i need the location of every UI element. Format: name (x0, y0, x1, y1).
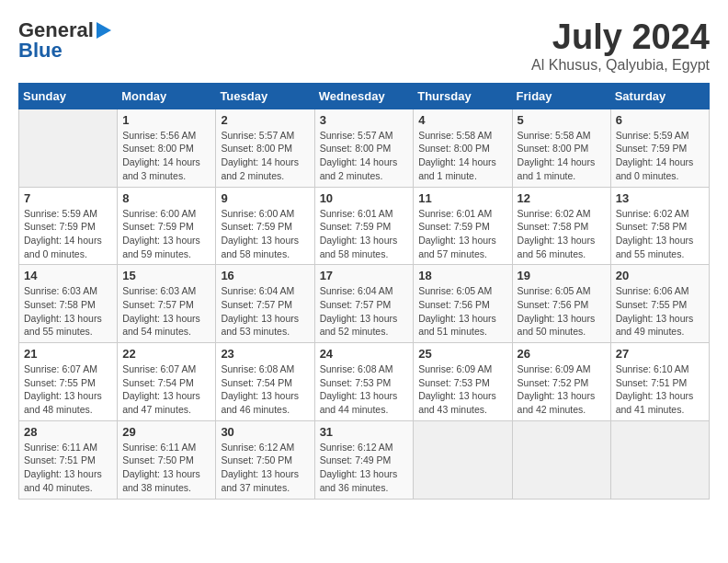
day-number: 16 (221, 269, 309, 282)
cell-info: Sunrise: 6:05 AM Sunset: 7:56 PM Dayligh… (418, 284, 506, 339)
day-number: 19 (518, 269, 606, 282)
calendar-cell: 28Sunrise: 6:11 AM Sunset: 7:51 PM Dayli… (19, 420, 118, 499)
column-header-monday: Monday (118, 83, 216, 109)
calendar-cell: 20Sunrise: 6:06 AM Sunset: 7:55 PM Dayli… (610, 265, 709, 343)
calendar-cell: 3Sunrise: 5:57 AM Sunset: 8:00 PM Daylig… (314, 109, 414, 187)
calendar-cell (19, 109, 118, 187)
cell-info: Sunrise: 6:02 AM Sunset: 7:58 PM Dayligh… (518, 207, 606, 261)
calendar-cell: 27Sunrise: 6:10 AM Sunset: 7:51 PM Dayli… (610, 343, 709, 421)
column-header-saturday: Saturday (610, 83, 709, 109)
cell-info: Sunrise: 6:01 AM Sunset: 7:59 PM Dayligh… (418, 207, 506, 261)
cell-info: Sunrise: 5:57 AM Sunset: 8:00 PM Dayligh… (221, 129, 309, 183)
cell-info: Sunrise: 6:11 AM Sunset: 7:50 PM Dayligh… (122, 441, 210, 495)
calendar-cell: 13Sunrise: 6:02 AM Sunset: 7:58 PM Dayli… (610, 187, 709, 265)
cell-info: Sunrise: 6:10 AM Sunset: 7:51 PM Dayligh… (616, 362, 704, 417)
cell-info: Sunrise: 6:11 AM Sunset: 7:51 PM Dayligh… (24, 441, 112, 495)
day-number: 27 (616, 347, 704, 361)
day-number: 13 (616, 191, 704, 205)
calendar-cell: 5Sunrise: 5:58 AM Sunset: 8:00 PM Daylig… (512, 109, 610, 187)
cell-info: Sunrise: 5:59 AM Sunset: 7:59 PM Dayligh… (24, 207, 112, 261)
day-number: 20 (616, 269, 704, 282)
calendar-cell: 10Sunrise: 6:01 AM Sunset: 7:59 PM Dayli… (314, 187, 414, 265)
cell-info: Sunrise: 5:59 AM Sunset: 7:59 PM Dayligh… (616, 129, 704, 183)
logo: General Blue (18, 18, 111, 63)
cell-info: Sunrise: 6:07 AM Sunset: 7:55 PM Dayligh… (24, 362, 112, 417)
cell-info: Sunrise: 6:04 AM Sunset: 7:57 PM Dayligh… (221, 284, 309, 339)
day-number: 12 (518, 191, 606, 205)
cell-info: Sunrise: 6:00 AM Sunset: 7:59 PM Dayligh… (221, 207, 309, 261)
column-header-wednesday: Wednesday (314, 83, 414, 109)
calendar-cell (414, 420, 512, 499)
day-number: 1 (122, 113, 210, 127)
day-number: 21 (24, 347, 112, 361)
column-header-friday: Friday (512, 83, 610, 109)
calendar-cell: 23Sunrise: 6:08 AM Sunset: 7:54 PM Dayli… (216, 343, 314, 421)
calendar-cell: 30Sunrise: 6:12 AM Sunset: 7:50 PM Dayli… (216, 420, 314, 499)
column-header-sunday: Sunday (19, 83, 118, 109)
week-row-4: 21Sunrise: 6:07 AM Sunset: 7:55 PM Dayli… (19, 343, 710, 421)
cell-info: Sunrise: 6:00 AM Sunset: 7:59 PM Dayligh… (122, 207, 210, 261)
cell-info: Sunrise: 6:04 AM Sunset: 7:57 PM Dayligh… (320, 284, 409, 339)
column-header-tuesday: Tuesday (216, 83, 314, 109)
page-title: July 2024 (531, 18, 710, 57)
logo-arrow-icon (97, 22, 111, 39)
cell-info: Sunrise: 6:12 AM Sunset: 7:50 PM Dayligh… (221, 441, 309, 495)
day-number: 4 (418, 113, 506, 127)
day-number: 18 (418, 269, 506, 282)
day-number: 11 (418, 191, 506, 205)
column-header-thursday: Thursday (414, 83, 512, 109)
cell-info: Sunrise: 5:57 AM Sunset: 8:00 PM Dayligh… (320, 129, 409, 183)
calendar-cell: 18Sunrise: 6:05 AM Sunset: 7:56 PM Dayli… (414, 265, 512, 343)
calendar-cell: 11Sunrise: 6:01 AM Sunset: 7:59 PM Dayli… (414, 187, 512, 265)
calendar-cell (512, 420, 610, 499)
title-block: July 2024 Al Khusus, Qalyubia, Egypt (531, 18, 710, 74)
calendar-cell: 4Sunrise: 5:58 AM Sunset: 8:00 PM Daylig… (414, 109, 512, 187)
day-number: 25 (418, 347, 506, 361)
calendar-cell: 8Sunrise: 6:00 AM Sunset: 7:59 PM Daylig… (118, 187, 216, 265)
calendar-cell: 1Sunrise: 5:56 AM Sunset: 8:00 PM Daylig… (118, 109, 216, 187)
week-row-2: 7Sunrise: 5:59 AM Sunset: 7:59 PM Daylig… (19, 187, 710, 265)
cell-info: Sunrise: 5:58 AM Sunset: 8:00 PM Dayligh… (518, 129, 606, 183)
calendar-cell: 25Sunrise: 6:09 AM Sunset: 7:53 PM Dayli… (414, 343, 512, 421)
calendar-cell: 24Sunrise: 6:08 AM Sunset: 7:53 PM Dayli… (314, 343, 414, 421)
cell-info: Sunrise: 6:02 AM Sunset: 7:58 PM Dayligh… (616, 207, 704, 261)
cell-info: Sunrise: 6:09 AM Sunset: 7:52 PM Dayligh… (518, 362, 606, 417)
calendar-cell: 19Sunrise: 6:05 AM Sunset: 7:56 PM Dayli… (512, 265, 610, 343)
cell-info: Sunrise: 6:09 AM Sunset: 7:53 PM Dayligh… (418, 362, 506, 417)
day-number: 31 (320, 425, 409, 439)
page-subtitle: Al Khusus, Qalyubia, Egypt (531, 57, 710, 74)
cell-info: Sunrise: 6:03 AM Sunset: 7:58 PM Dayligh… (24, 284, 112, 339)
day-number: 14 (24, 269, 112, 282)
day-number: 23 (221, 347, 309, 361)
calendar-cell: 16Sunrise: 6:04 AM Sunset: 7:57 PM Dayli… (216, 265, 314, 343)
day-number: 28 (24, 425, 112, 439)
cell-info: Sunrise: 6:05 AM Sunset: 7:56 PM Dayligh… (518, 284, 606, 339)
cell-info: Sunrise: 6:12 AM Sunset: 7:49 PM Dayligh… (320, 441, 409, 495)
cell-info: Sunrise: 5:58 AM Sunset: 8:00 PM Dayligh… (418, 129, 506, 183)
logo-blue: Blue (18, 39, 63, 63)
week-row-5: 28Sunrise: 6:11 AM Sunset: 7:51 PM Dayli… (19, 420, 710, 499)
day-number: 6 (616, 113, 704, 127)
day-number: 7 (24, 191, 112, 205)
calendar-cell: 22Sunrise: 6:07 AM Sunset: 7:54 PM Dayli… (118, 343, 216, 421)
calendar-cell: 31Sunrise: 6:12 AM Sunset: 7:49 PM Dayli… (314, 420, 414, 499)
cell-info: Sunrise: 6:01 AM Sunset: 7:59 PM Dayligh… (320, 207, 409, 261)
day-number: 9 (221, 191, 309, 205)
calendar-cell: 6Sunrise: 5:59 AM Sunset: 7:59 PM Daylig… (610, 109, 709, 187)
day-number: 2 (221, 113, 309, 127)
calendar-cell: 14Sunrise: 6:03 AM Sunset: 7:58 PM Dayli… (19, 265, 118, 343)
day-number: 24 (320, 347, 409, 361)
day-number: 8 (122, 191, 210, 205)
week-row-1: 1Sunrise: 5:56 AM Sunset: 8:00 PM Daylig… (19, 109, 710, 187)
calendar-cell: 12Sunrise: 6:02 AM Sunset: 7:58 PM Dayli… (512, 187, 610, 265)
day-number: 3 (320, 113, 409, 127)
day-number: 17 (320, 269, 409, 282)
week-row-3: 14Sunrise: 6:03 AM Sunset: 7:58 PM Dayli… (19, 265, 710, 343)
cell-info: Sunrise: 6:07 AM Sunset: 7:54 PM Dayligh… (122, 362, 210, 417)
calendar-cell: 2Sunrise: 5:57 AM Sunset: 8:00 PM Daylig… (216, 109, 314, 187)
day-number: 26 (518, 347, 606, 361)
page-header: General Blue July 2024 Al Khusus, Qalyub… (18, 18, 710, 74)
day-number: 15 (122, 269, 210, 282)
cell-info: Sunrise: 5:56 AM Sunset: 8:00 PM Dayligh… (122, 129, 210, 183)
cell-info: Sunrise: 6:08 AM Sunset: 7:54 PM Dayligh… (221, 362, 309, 417)
